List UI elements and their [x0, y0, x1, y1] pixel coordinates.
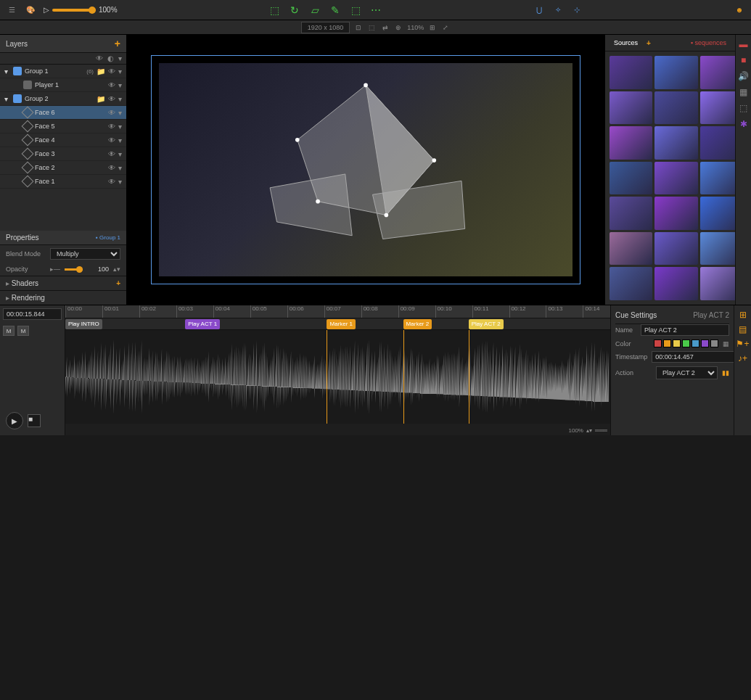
blend-mode-select[interactable]: Multiply	[50, 248, 120, 260]
star-icon[interactable]: ✱	[740, 119, 747, 129]
color-swatch[interactable]	[663, 339, 671, 347]
color-swatch[interactable]	[692, 339, 699, 347]
visibility-icon[interactable]: 👁	[108, 95, 115, 103]
source-thumbnail[interactable]	[610, 56, 652, 89]
layer-item[interactable]: ▾Group 2📁👁▾	[0, 92, 126, 106]
lock-icon[interactable]: ⬚	[367, 24, 377, 31]
source-thumbnail[interactable]	[610, 91, 652, 125]
source-thumbnail[interactable]	[610, 197, 652, 230]
source-thumbnail[interactable]	[700, 232, 736, 265]
layer-visibility-icon[interactable]: 👁	[96, 54, 103, 62]
profile-icon[interactable]: ☻	[734, 4, 745, 16]
source-thumbnail[interactable]	[700, 126, 736, 160]
marker-line-1[interactable]	[327, 330, 327, 424]
layer-menu-icon[interactable]: ▾	[118, 164, 122, 172]
layer-menu-icon[interactable]: ▾	[118, 95, 122, 103]
rotate-icon[interactable]: ↻	[289, 4, 300, 16]
crop-icon[interactable]: ⬚	[268, 4, 280, 16]
source-thumbnail[interactable]	[654, 162, 697, 195]
audio-icon[interactable]: 🔊	[738, 71, 749, 81]
visibility-icon[interactable]: 👁	[108, 136, 115, 144]
opacity-slider[interactable]	[65, 268, 83, 271]
layer-item[interactable]: Face 6👁▾	[0, 106, 126, 120]
layer-menu-icon[interactable]: ▾	[118, 81, 122, 89]
waveform-area[interactable]	[65, 330, 610, 424]
source-thumbnail[interactable]	[654, 91, 697, 125]
rendering-section[interactable]: ▸ Rendering	[0, 290, 126, 305]
layer-item[interactable]: Player 1👁▾	[0, 78, 126, 92]
shaders-section[interactable]: ▸ Shaders +	[0, 276, 126, 290]
source-thumbnail[interactable]	[610, 267, 652, 300]
cue-marker[interactable]: Marker 2	[403, 319, 432, 329]
bounds-icon[interactable]: ⬚	[350, 4, 361, 16]
stop-button[interactable]: ■	[28, 414, 41, 427]
layer-menu-icon[interactable]: ▾	[118, 109, 122, 117]
distribute-icon[interactable]: ⊹	[571, 4, 583, 16]
source-thumbnail[interactable]	[610, 232, 652, 265]
cue-marker[interactable]: Play ACT 1	[185, 319, 220, 329]
grid-icon[interactable]: ⊞	[428, 24, 437, 31]
visibility-icon[interactable]: 👁	[108, 150, 115, 158]
layer-item[interactable]: Face 4👁▾	[0, 133, 126, 147]
mesh-overlay[interactable]	[237, 78, 494, 250]
visibility-icon[interactable]: 👁	[108, 123, 115, 131]
cue-marker[interactable]: Play INTRO	[65, 319, 102, 329]
source-thumbnail[interactable]	[700, 267, 736, 300]
stop-rec-icon[interactable]: ■	[741, 55, 746, 65]
layer-menu-icon[interactable]: ▾	[118, 67, 122, 75]
folder-icon[interactable]: 📁	[97, 95, 105, 103]
visibility-icon[interactable]: 👁	[108, 67, 115, 75]
add-marker-icon[interactable]: ⚑+	[736, 339, 749, 349]
visibility-icon[interactable]: 👁	[108, 109, 115, 117]
zoom-out-icon[interactable]: ▷	[44, 6, 49, 14]
marker-line-2[interactable]	[403, 330, 404, 424]
layers-icon[interactable]: ▦	[739, 87, 747, 97]
add-source-button[interactable]: +	[647, 39, 651, 47]
source-thumbnail[interactable]	[610, 162, 652, 195]
source-thumbnail[interactable]	[700, 56, 736, 89]
skew-icon[interactable]: ▱	[309, 4, 321, 16]
cue-marker[interactable]: Play ACT 2	[469, 319, 504, 329]
menu-icon[interactable]: ☰	[6, 4, 17, 16]
layer-menu-icon[interactable]: ▾	[118, 123, 122, 131]
cue-row[interactable]: Play INTROPlay ACT 1Marker 1Marker 2Play…	[65, 318, 610, 330]
sequences-tab[interactable]: ▪ sequences	[688, 38, 729, 48]
magnet-icon[interactable]: ⋃	[533, 4, 545, 16]
source-thumbnail[interactable]	[700, 162, 736, 195]
layer-menu-icon[interactable]: ▾	[118, 150, 122, 158]
cue-action-select[interactable]: Play ACT 2	[656, 366, 718, 379]
play-button[interactable]: ▶	[6, 412, 23, 429]
timecode-display[interactable]: 00:00:15.844	[3, 308, 62, 320]
solo-button[interactable]: M	[17, 326, 29, 336]
source-thumbnail[interactable]	[654, 126, 697, 160]
zoom-control[interactable]: ▷ 100%	[44, 6, 118, 14]
record-icon[interactable]: ▬	[739, 39, 748, 49]
visibility-icon[interactable]: 👁	[108, 81, 115, 89]
cue-name-input[interactable]	[641, 324, 729, 336]
canvas-area[interactable]	[127, 35, 604, 305]
list-view-icon[interactable]: ▤	[739, 324, 747, 334]
layer-item[interactable]: Face 2👁▾	[0, 161, 126, 175]
source-thumbnail[interactable]	[700, 91, 736, 125]
color-more-icon[interactable]: ▦	[723, 340, 729, 347]
cue-timestamp-input[interactable]	[652, 351, 740, 363]
align-icon[interactable]: ✧	[552, 4, 564, 16]
expand-icon[interactable]: ⤢	[441, 24, 450, 31]
fit-icon[interactable]: ⊡	[354, 24, 363, 31]
add-layer-button[interactable]: +	[115, 38, 120, 49]
layer-item[interactable]: Face 3👁▾	[0, 147, 126, 161]
sources-tab[interactable]: Sources	[611, 38, 641, 48]
pen-icon[interactable]: ✎	[329, 4, 341, 16]
layer-solo-icon[interactable]: ◐	[107, 54, 114, 62]
source-thumbnail[interactable]	[654, 197, 697, 230]
visibility-icon[interactable]: 👁	[108, 164, 115, 172]
folder-icon[interactable]: 📁	[97, 67, 105, 75]
source-thumbnail[interactable]	[654, 56, 697, 89]
marker-line-3[interactable]	[469, 330, 469, 424]
add-cue-icon[interactable]: ♪+	[738, 353, 747, 363]
cue-marker[interactable]: Marker 1	[327, 319, 356, 329]
layer-item[interactable]: ▾Group 1(6)📁👁▾	[0, 65, 126, 78]
timeline-ruler[interactable]: 00:0000:0100:0200:0300:0400:0500:0600:07…	[65, 305, 610, 318]
timeline-zoom[interactable]: 100% ▴▾ ═══	[569, 427, 607, 434]
source-thumbnail[interactable]	[654, 267, 697, 300]
